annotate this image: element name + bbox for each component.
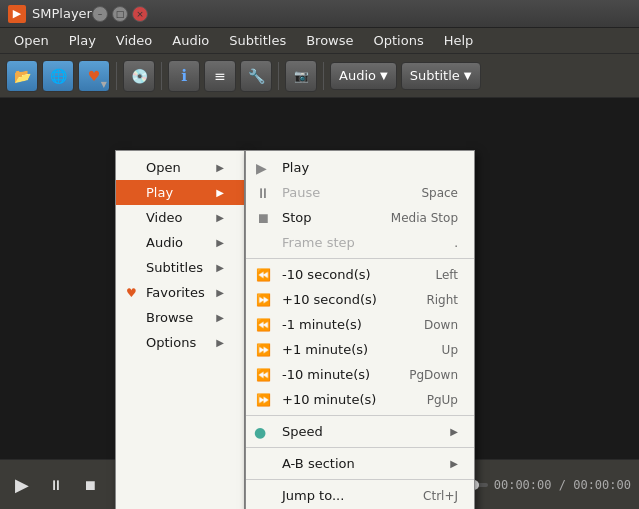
sub-plus1min-label: +1 minute(s) (282, 342, 368, 357)
sub-minus1min-shortcut: Down (424, 318, 458, 332)
sub-minus10min-shortcut: PgDown (409, 368, 458, 382)
speed-icon: ● (254, 424, 266, 440)
sub-jump-to-label: Jump to... (282, 488, 344, 503)
menu-options[interactable]: Options (364, 30, 434, 51)
minus1min-icon: ⏪ (256, 318, 271, 332)
ctx-audio[interactable]: Audio ▶ (116, 230, 244, 255)
playlist-toolbar-btn[interactable]: ≡ (204, 60, 236, 92)
sub-frame-step-label: Frame step (282, 235, 355, 250)
menu-play[interactable]: Play (59, 30, 106, 51)
toolbar-separator-1 (116, 62, 117, 90)
sub-separator-3 (246, 447, 474, 448)
stop-button[interactable]: ⏹ (76, 471, 104, 499)
ctx-subtitles-label: Subtitles (146, 260, 203, 275)
dvd-toolbar-btn[interactable]: 💿 (123, 60, 155, 92)
sub-minus10sec-shortcut: Left (435, 268, 458, 282)
ctx-favorites-label: Favorites (146, 285, 205, 300)
sub-pause-shortcut: Space (421, 186, 458, 200)
play-submenu-icon: ▶ (256, 160, 267, 176)
sub-plus10sec-label: +10 second(s) (282, 292, 377, 307)
ctx-play-arrow: ▶ (216, 187, 224, 198)
sub-speed-arrow: ▶ (450, 426, 458, 437)
toolbar: 📂 🌐 ♥ ▼ 💿 ℹ ≡ 🔧 📷 Audio ▼ Subtitle ▼ (0, 54, 639, 98)
ctx-favorites[interactable]: ♥ Favorites ▶ (116, 280, 244, 305)
sub-pause[interactable]: ⏸ Pause Space (246, 180, 474, 205)
window-controls: – □ × (92, 6, 148, 22)
sub-play[interactable]: ▶ Play (246, 155, 474, 180)
settings-toolbar-btn[interactable]: 🔧 (240, 60, 272, 92)
sub-speed[interactable]: ● Speed ▶ (246, 419, 474, 444)
sub-jump-to-shortcut: Ctrl+J (423, 489, 458, 503)
close-button[interactable]: × (132, 6, 148, 22)
menu-open[interactable]: Open (4, 30, 59, 51)
menu-browse[interactable]: Browse (296, 30, 363, 51)
ctx-video-arrow: ▶ (216, 212, 224, 223)
sub-play-label: Play (282, 160, 309, 175)
sub-pause-label: Pause (282, 185, 320, 200)
audio-dropdown-label: Audio (339, 68, 376, 83)
sub-minus10min[interactable]: ⏪ -10 minute(s) PgDown (246, 362, 474, 387)
sub-plus10min[interactable]: ⏩ +10 minute(s) PgUp (246, 387, 474, 412)
play-button[interactable]: ▶ (8, 471, 36, 499)
ctx-browse-label: Browse (146, 310, 193, 325)
time-display: 00:00:00 / 00:00:00 (494, 478, 631, 492)
ctx-subtitles[interactable]: Subtitles ▶ (116, 255, 244, 280)
stop-submenu-icon: ⏹ (256, 210, 270, 226)
ctx-options[interactable]: Options ▶ (116, 330, 244, 355)
sub-minus1min-label: -1 minute(s) (282, 317, 362, 332)
sub-separator-2 (246, 415, 474, 416)
sub-ab-section-arrow: ▶ (450, 458, 458, 469)
minus10sec-icon: ⏪ (256, 268, 271, 282)
sub-stop-label: Stop (282, 210, 312, 225)
context-menu-container: Open ▶ Play ▶ Video ▶ Audio ▶ Subtitles … (115, 150, 475, 509)
sub-plus10sec-shortcut: Right (426, 293, 458, 307)
pause-submenu-icon: ⏸ (256, 185, 270, 201)
ctx-browse-arrow: ▶ (216, 312, 224, 323)
context-menu: Open ▶ Play ▶ Video ▶ Audio ▶ Subtitles … (115, 150, 245, 509)
menu-video[interactable]: Video (106, 30, 162, 51)
sub-jump-to[interactable]: Jump to... Ctrl+J (246, 483, 474, 508)
menubar: Open Play Video Audio Subtitles Browse O… (0, 28, 639, 54)
minimize-button[interactable]: – (92, 6, 108, 22)
ctx-open-arrow: ▶ (216, 162, 224, 173)
favorites-toolbar-btn[interactable]: ♥ ▼ (78, 60, 110, 92)
ctx-subtitles-arrow: ▶ (216, 262, 224, 273)
ctx-open[interactable]: Open ▶ (116, 155, 244, 180)
pause-button[interactable]: ⏸ (42, 471, 70, 499)
subtitle-dropdown[interactable]: Subtitle ▼ (401, 62, 481, 90)
ctx-video[interactable]: Video ▶ (116, 205, 244, 230)
sub-stop-shortcut: Media Stop (391, 211, 458, 225)
sub-frame-step[interactable]: Frame step . (246, 230, 474, 255)
sub-stop[interactable]: ⏹ Stop Media Stop (246, 205, 474, 230)
info-toolbar-btn[interactable]: ℹ (168, 60, 200, 92)
toolbar-separator-3 (278, 62, 279, 90)
audio-dropdown-arrow: ▼ (380, 70, 388, 81)
screenshot-toolbar-btn[interactable]: 📷 (285, 60, 317, 92)
ctx-open-label: Open (146, 160, 181, 175)
sub-separator-1 (246, 258, 474, 259)
toolbar-separator-2 (161, 62, 162, 90)
browse-toolbar-btn[interactable]: 🌐 (42, 60, 74, 92)
ctx-browse[interactable]: Browse ▶ (116, 305, 244, 330)
ctx-audio-arrow: ▶ (216, 237, 224, 248)
sub-plus1min[interactable]: ⏩ +1 minute(s) Up (246, 337, 474, 362)
sub-minus10sec[interactable]: ⏪ -10 second(s) Left (246, 262, 474, 287)
open-toolbar-btn[interactable]: 📂 (6, 60, 38, 92)
sub-plus10sec[interactable]: ⏩ +10 second(s) Right (246, 287, 474, 312)
ctx-options-arrow: ▶ (216, 337, 224, 348)
minus10min-icon: ⏪ (256, 368, 271, 382)
sub-plus1min-shortcut: Up (442, 343, 458, 357)
titlebar: ▶ SMPlayer – □ × (0, 0, 639, 28)
audio-dropdown[interactable]: Audio ▼ (330, 62, 397, 90)
plus10sec-icon: ⏩ (256, 293, 271, 307)
sub-speed-label: Speed (282, 424, 323, 439)
sub-minus1min[interactable]: ⏪ -1 minute(s) Down (246, 312, 474, 337)
sub-ab-section[interactable]: A-B section ▶ (246, 451, 474, 476)
plus10min-icon: ⏩ (256, 393, 271, 407)
menu-help[interactable]: Help (434, 30, 484, 51)
maximize-button[interactable]: □ (112, 6, 128, 22)
menu-audio[interactable]: Audio (162, 30, 219, 51)
ctx-play[interactable]: Play ▶ (116, 180, 244, 205)
sub-minus10sec-label: -10 second(s) (282, 267, 371, 282)
menu-subtitles[interactable]: Subtitles (219, 30, 296, 51)
